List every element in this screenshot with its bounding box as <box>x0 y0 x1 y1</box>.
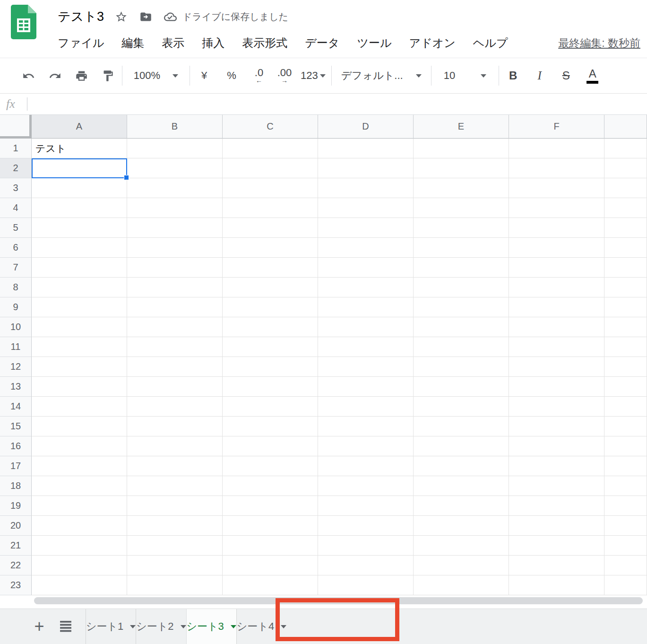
cell-E2[interactable] <box>414 158 509 178</box>
cell-partial-11[interactable] <box>604 337 647 357</box>
cell-B3[interactable] <box>127 178 223 198</box>
cell-F20[interactable] <box>509 516 604 536</box>
row-header-3[interactable]: 3 <box>0 178 32 198</box>
cell-partial-20[interactable] <box>604 516 647 536</box>
menu-item-3[interactable]: 表示 <box>162 35 184 51</box>
cell-B12[interactable] <box>127 357 223 377</box>
italic-button[interactable]: I <box>531 64 548 87</box>
row-header-23[interactable]: 23 <box>0 575 32 595</box>
row-header-11[interactable]: 11 <box>0 337 32 357</box>
cell-F19[interactable] <box>509 496 604 516</box>
cell-partial-12[interactable] <box>604 357 647 377</box>
cell-C16[interactable] <box>223 436 318 456</box>
cell-D5[interactable] <box>318 218 414 238</box>
cell-C4[interactable] <box>223 198 318 218</box>
cell-F23[interactable] <box>509 575 604 595</box>
cell-D21[interactable] <box>318 536 414 556</box>
cell-partial-4[interactable] <box>604 198 647 218</box>
cell-C22[interactable] <box>223 556 318 575</box>
menu-item-4[interactable]: 挿入 <box>202 35 224 51</box>
cell-B16[interactable] <box>127 436 223 456</box>
cell-F16[interactable] <box>509 436 604 456</box>
cell-C12[interactable] <box>223 357 318 377</box>
cell-E11[interactable] <box>414 337 509 357</box>
save-status[interactable]: ドライブに保存しました <box>164 9 288 24</box>
cell-A10[interactable] <box>32 317 127 337</box>
cell-A23[interactable] <box>32 575 127 595</box>
cell-D14[interactable] <box>318 397 414 417</box>
menu-item-5[interactable]: 表示形式 <box>242 35 287 51</box>
cell-partial-17[interactable] <box>604 456 647 476</box>
cell-A1[interactable]: テスト <box>32 139 127 158</box>
cell-A17[interactable] <box>32 456 127 476</box>
cell-A9[interactable] <box>32 297 127 317</box>
cell-B1[interactable] <box>127 139 223 158</box>
cell-B4[interactable] <box>127 198 223 218</box>
sheet-tab-3[interactable]: シート3 <box>186 609 236 644</box>
cell-C18[interactable] <box>223 476 318 496</box>
cell-D2[interactable] <box>318 158 414 178</box>
decrease-decimal-button[interactable]: .0← <box>250 64 267 87</box>
cell-E19[interactable] <box>414 496 509 516</box>
cell-D6[interactable] <box>318 238 414 258</box>
cell-F8[interactable] <box>509 278 604 297</box>
column-header-partial[interactable] <box>604 115 647 139</box>
cell-E8[interactable] <box>414 278 509 297</box>
cell-F9[interactable] <box>509 297 604 317</box>
cell-F2[interactable] <box>509 158 604 178</box>
cell-B23[interactable] <box>127 575 223 595</box>
cell-A2[interactable] <box>32 158 127 178</box>
currency-format-button[interactable]: ¥ <box>196 64 213 87</box>
percent-format-button[interactable]: % <box>223 64 240 87</box>
row-header-20[interactable]: 20 <box>0 516 32 536</box>
cell-D4[interactable] <box>318 198 414 218</box>
cell-A11[interactable] <box>32 337 127 357</box>
formula-input[interactable] <box>27 94 647 114</box>
cell-D20[interactable] <box>318 516 414 536</box>
font-family-select[interactable]: デフォルト... <box>337 64 425 87</box>
row-header-14[interactable]: 14 <box>0 397 32 417</box>
cell-A4[interactable] <box>32 198 127 218</box>
zoom-select[interactable]: 100% <box>128 64 184 87</box>
row-header-16[interactable]: 16 <box>0 436 32 456</box>
cell-E20[interactable] <box>414 516 509 536</box>
column-header-A[interactable]: A <box>32 115 127 139</box>
cell-B15[interactable] <box>127 417 223 436</box>
document-title[interactable]: テスト3 <box>58 8 104 25</box>
cell-B8[interactable] <box>127 278 223 297</box>
cell-C11[interactable] <box>223 337 318 357</box>
cell-B19[interactable] <box>127 496 223 516</box>
cell-partial-15[interactable] <box>604 417 647 436</box>
cell-A21[interactable] <box>32 536 127 556</box>
cell-D18[interactable] <box>318 476 414 496</box>
cell-F11[interactable] <box>509 337 604 357</box>
cell-F1[interactable] <box>509 139 604 158</box>
row-header-15[interactable]: 15 <box>0 417 32 436</box>
cell-D11[interactable] <box>318 337 414 357</box>
cell-partial-1[interactable] <box>604 139 647 158</box>
cell-partial-14[interactable] <box>604 397 647 417</box>
column-header-B[interactable]: B <box>127 115 223 139</box>
cell-A16[interactable] <box>32 436 127 456</box>
horizontal-scrollbar[interactable] <box>34 597 643 604</box>
cell-E3[interactable] <box>414 178 509 198</box>
cell-D19[interactable] <box>318 496 414 516</box>
sheet-tab-4[interactable]: シート4 <box>236 609 286 644</box>
row-header-19[interactable]: 19 <box>0 496 32 516</box>
cell-F4[interactable] <box>509 198 604 218</box>
cell-partial-3[interactable] <box>604 178 647 198</box>
cell-C20[interactable] <box>223 516 318 536</box>
cell-F7[interactable] <box>509 258 604 278</box>
cell-C6[interactable] <box>223 238 318 258</box>
cell-A22[interactable] <box>32 556 127 575</box>
cell-B2[interactable] <box>127 158 223 178</box>
print-button[interactable] <box>73 64 90 87</box>
cell-F5[interactable] <box>509 218 604 238</box>
cell-partial-23[interactable] <box>604 575 647 595</box>
number-format-menu[interactable]: 123 <box>301 64 326 87</box>
cell-partial-6[interactable] <box>604 238 647 258</box>
cell-D8[interactable] <box>318 278 414 297</box>
column-header-C[interactable]: C <box>223 115 318 139</box>
row-header-2[interactable]: 2 <box>0 158 32 178</box>
cell-F17[interactable] <box>509 456 604 476</box>
